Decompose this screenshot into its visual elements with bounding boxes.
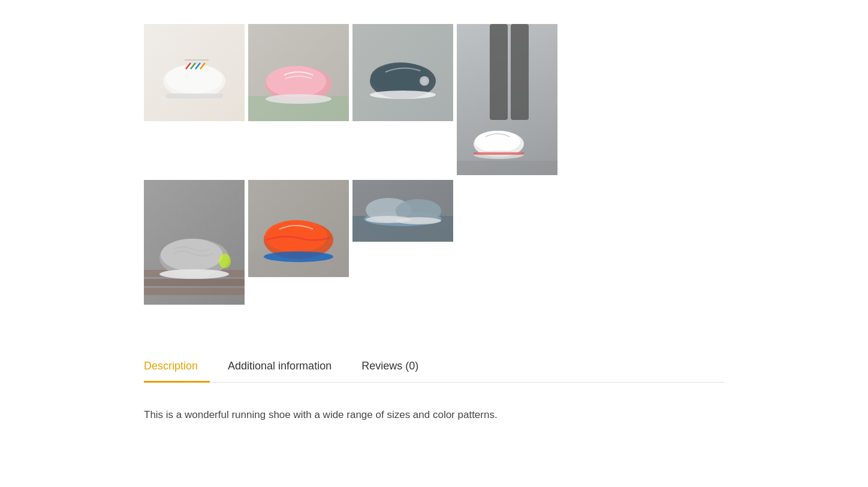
gallery-thumb-2[interactable] — [248, 24, 349, 121]
gallery-section — [144, 12, 724, 305]
svg-rect-23 — [474, 152, 524, 155]
tabs-container: Description Additional information Revie… — [144, 353, 724, 383]
svg-rect-27 — [144, 288, 245, 295]
gallery-thumb-4[interactable] — [457, 24, 557, 175]
shoe-image-5 — [144, 180, 245, 305]
svg-rect-18 — [490, 24, 508, 120]
tab-additional-information[interactable]: Additional information — [228, 353, 343, 382]
gallery-thumb-3[interactable] — [352, 24, 453, 121]
svg-point-11 — [266, 66, 326, 97]
tab-additional-information-label: Additional information — [228, 360, 331, 372]
svg-point-12 — [266, 94, 331, 104]
svg-rect-24 — [457, 161, 557, 175]
tabs-wrapper: Description Additional information Revie… — [144, 353, 724, 435]
svg-point-30 — [219, 254, 231, 268]
gallery-thumb-5[interactable] — [144, 180, 245, 305]
svg-point-17 — [370, 91, 436, 99]
svg-point-35 — [264, 251, 333, 262]
svg-point-31 — [159, 269, 229, 279]
svg-rect-8 — [165, 94, 223, 98]
tab-reviews-label: Reviews (0) — [361, 360, 418, 372]
svg-point-41 — [396, 217, 441, 224]
svg-rect-19 — [511, 24, 529, 120]
gallery-row-1 — [144, 24, 724, 175]
gallery-row-2 — [144, 180, 724, 305]
gallery-thumb-6[interactable] — [248, 180, 349, 277]
gallery-thumb-1[interactable] — [144, 24, 245, 121]
gallery-thumb-7[interactable] — [352, 180, 453, 242]
description-content: This is a wonderful running shoe with a … — [144, 383, 724, 435]
shoe-image-1 — [144, 24, 245, 121]
svg-point-2 — [165, 65, 223, 94]
tab-description-label: Description — [144, 360, 198, 372]
description-text: This is a wonderful running shoe with a … — [144, 407, 724, 423]
tabs-list: Description Additional information Revie… — [144, 353, 724, 382]
page-container: Description Additional information Revie… — [0, 0, 868, 447]
tab-reviews[interactable]: Reviews (0) — [361, 353, 430, 382]
shoe-image-4 — [457, 24, 557, 175]
shoe-image-6 — [248, 180, 349, 277]
tab-description[interactable]: Description — [144, 353, 210, 382]
shoe-image-3 — [352, 24, 453, 121]
svg-rect-26 — [144, 279, 245, 286]
svg-point-29 — [161, 239, 223, 271]
shoe-image-2 — [248, 24, 349, 121]
svg-point-16 — [421, 78, 427, 84]
shoe-image-7 — [352, 180, 453, 242]
